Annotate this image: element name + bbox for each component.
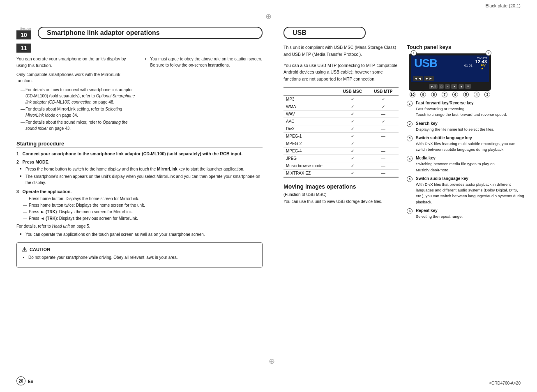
intro-bullet-1: For details on how to connect with smart… [21,87,136,105]
key-number: 5 [407,176,413,182]
table-cell-msc: ✓ [337,169,368,177]
table-row: WAV✓— [283,110,399,118]
table-cell-format: MP3 [283,95,337,103]
key-desc-title: Fast forward key/Reverse key [416,101,525,105]
key-desc-content: Media keySwitching between media file ty… [416,156,525,173]
table-row: DivX✓— [283,125,399,132]
key-desc-content: Switch audio language keyWith DivX files… [416,176,525,205]
table-cell-format: MPEG-4 [283,147,337,154]
table-row: MPEG-1✓— [283,132,399,140]
step-3-extra-bullet: You can operate the applications on the … [20,231,263,238]
usb-intro-1: This unit is compliant with USB MSC (Mas… [283,44,399,58]
key-desc-body: Selecting the repeat range. [416,214,525,219]
device-image-wrapper: 1 2 USB MAN PM 12:43 [407,53,493,97]
btn-c: ◄ [451,84,457,89]
step-3-dash-list: Press home button: Displays the home scr… [23,196,263,221]
prev-btn: ◄◄ [413,76,423,81]
btn-b: ≡ [445,84,450,89]
step-2-number: 2 [16,159,19,164]
table-cell-mtp: — [368,162,399,169]
caution-label: CAUTION [30,247,50,252]
section-11-label: 11 [16,44,31,53]
key-desc-title: Switch subtitle language key [416,136,525,140]
table-header-format [283,87,337,96]
key-desc-content: Switch subtitle language keyWith DivX fi… [416,136,525,153]
key-desc-title: Search key [416,121,525,126]
table-row: MIXTRAX EZ✓— [283,169,399,177]
table-cell-msc: ✓ [337,95,368,103]
key-desc-body: With DivX files that provides audio play… [416,182,525,205]
key-desc-body: Fast forwarding or reversing Touch to ch… [416,106,525,118]
device-track-info: 01 01 [464,64,472,67]
right-bullet-1: You must agree to obey the above rule on… [150,56,263,68]
moving-images-body: You can use this unit to view USB storag… [283,198,399,205]
key-desc-body: Displaying the file name list to select … [416,127,525,132]
key-desc-body: With DivX files featuring multi-subtitle… [416,141,525,153]
caution-box: ⚠ CAUTION Do not operate your smartphone… [16,242,263,267]
bottom-controls: ►/II □ ≡ ◄ ● ★ [411,84,489,89]
touch-panel-title: Touch panel keys [407,44,525,50]
key-desc-title: Switch audio language key [416,176,525,181]
label-8: 8 [431,92,437,97]
step-3-title: 3 Operate the application. [16,189,263,194]
right-column: USB This unit is compliant with USB MSC … [271,23,537,281]
intro-para-2: Only compatible smartphones work with th… [16,71,136,85]
right-top-layout: This unit is compliant with USB MSC (Mas… [283,44,525,223]
key-number: 3 [407,136,413,141]
table-cell-msc: ✓ [337,125,368,132]
key-desc-item: 3Switch subtitle language keyWith DivX f… [407,136,525,153]
table-row: AAC✓✓ [283,118,399,125]
label-5: 5 [463,92,469,97]
caution-icon: ⚠ [22,246,27,253]
section-number: 10 [16,30,31,39]
caution-title: ⚠ CAUTION [22,246,257,253]
right-bullet-list: You must agree to obey the above rule on… [150,56,263,68]
usb-table-section: This unit is compliant with USB MSC (Mas… [283,44,399,223]
caution-text: Do not operate your smartphone while dri… [28,254,257,261]
label-10: 10 [410,92,415,97]
eq-icon: EQ★ [481,63,486,70]
key-number: 6 [407,208,413,214]
label-4: 4 [474,92,479,97]
key-desc-content: Repeat keySelecting the repeat range. [416,208,525,219]
crosshair-top: ⊕ [0,10,537,23]
device-body: USB MAN PM 12:43 01 01 EQ★ [409,53,491,91]
label-9: 9 [420,92,426,97]
table-cell-format: MPEG-2 [283,140,337,147]
step-2-title: 2 Press MODE. [16,159,263,164]
step-3-dash-4: Press ◄ (TRK): Displays the previous scr… [23,215,263,221]
step-1-text: Connect your smartphone to the smartphon… [23,151,243,156]
table-row: JPEG✓— [283,154,399,162]
label-1: 1 [411,50,417,56]
table-cell-mtp: — [368,132,399,140]
table-cell-format: MIXTRAX EZ [283,169,337,177]
table-cell-format: MPEG-1 [283,132,337,140]
key-desc-item: 5Switch audio language keyWith DivX file… [407,176,525,205]
table-cell-format: JPEG [283,154,337,162]
table-row: MPEG-4✓— [283,147,399,154]
table-cell-format: WMA [283,103,337,110]
btn-e: ★ [465,84,471,89]
step-3-dash-2: Press home button twice: Displays the ho… [23,202,263,208]
step-2-bullets: Press the home button to switch to the h… [20,166,263,186]
step-3-extra: You can operate the applications on the … [20,231,263,238]
key-desc-item: 4Media keySwitching between media file t… [407,156,525,173]
table-cell-msc: ✓ [337,110,368,118]
crosshair-bottom: ⊕ [269,355,275,367]
bottom-labels: 10 9 8 7 6 5 4 3 [409,92,491,97]
table-header-msc: USB MSC [337,87,368,96]
table-row: WMA✓✓ [283,103,399,110]
en-label: En [28,379,33,384]
key-desc-item: 6Repeat keySelecting the repeat range. [407,208,525,219]
step-3-number: 3 [16,189,19,194]
table-cell-msc: ✓ [337,154,368,162]
footer-ref: <CRD4760-A>20 [489,381,521,385]
label-6: 6 [452,92,458,97]
top-header: Black plate (20,1) [0,0,537,10]
starting-procedure-title: Starting procedure [16,141,263,148]
table-cell-msc: ✓ [337,118,368,125]
label-7: 7 [442,92,447,97]
key-number: 2 [407,121,413,127]
screen-controls: ◄◄ ►► [413,76,434,81]
table-cell-msc: ✓ [337,147,368,154]
